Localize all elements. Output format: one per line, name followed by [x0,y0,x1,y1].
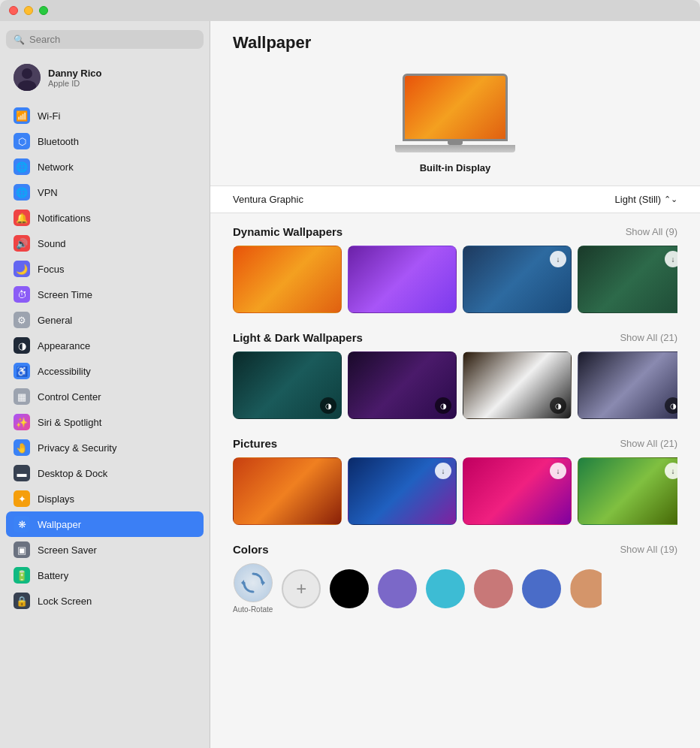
color-swatch-partial [570,569,609,608]
color-swatch [426,569,465,608]
svg-marker-4 [241,580,244,586]
color-partial[interactable] [570,569,609,608]
dynamic-wallpaper-grid: ↓ ↓ [233,246,677,313]
wallpaper-thumb[interactable]: ◑ [578,351,677,419]
color-add[interactable]: + [282,569,321,608]
pictures-show-all[interactable]: Show All (21) [620,438,677,449]
chevron-icon: ⌃⌄ [664,195,677,204]
maximize-button[interactable] [39,6,48,15]
sidebar-item-notifications[interactable]: 🔔Notifications [6,205,204,231]
lockscreen-icon: 🔒 [14,593,30,609]
controlcenter-icon: ▦ [14,388,30,405]
focus-icon: 🌙 [14,261,30,277]
lightdark-section-title: Light & Dark Wallpapers [233,331,363,344]
wallpaper-style-label: Light (Still) [615,194,661,205]
wallpaper-thumb[interactable]: ◑ [463,351,572,419]
sidebar-item-focus[interactable]: 🌙Focus [6,256,204,282]
dynamic-section-header: Dynamic Wallpapers Show All (9) [233,225,677,238]
laptop-base [395,145,515,152]
display-label: Built-in Display [420,162,491,173]
auto-rotate-label: Auto-Rotate [233,605,273,614]
sidebar-item-screensaver[interactable]: ▣Screen Saver [6,537,204,563]
sidebar-item-label-sound: Sound [38,238,66,249]
page-title: Wallpaper [233,33,677,53]
colors-section: Colors Show All (19) [233,543,677,614]
sidebar-item-accessibility[interactable]: ♿Accessibility [6,358,204,384]
colors-section-header: Colors Show All (19) [233,543,677,556]
colors-section-title: Colors [233,543,269,556]
sidebar-item-wallpaper[interactable]: ❋Wallpaper [6,511,204,537]
sidebar-item-wifi[interactable]: 📶Wi-Fi [6,103,204,128]
lightdark-show-all[interactable]: Show All (21) [620,332,677,343]
content-scroll[interactable]: Dynamic Wallpapers Show All (9) ↓ ↓ [210,213,700,748]
notifications-icon: 🔔 [14,210,30,226]
user-info: Danny Rico Apple ID [48,68,102,88]
color-swatch [474,569,513,608]
sidebar-item-lockscreen[interactable]: 🔒Lock Screen [6,588,204,614]
wallpaper-thumb[interactable] [348,246,457,313]
download-badge: ↓ [665,463,677,479]
color-swatch [378,569,417,608]
wallpaper-thumb[interactable]: ↓ [578,246,677,313]
wallpaper-thumb[interactable] [233,246,342,313]
user-profile[interactable]: Danny Rico Apple ID [6,58,204,97]
color-auto-rotate[interactable]: Auto-Rotate [233,563,273,614]
plus-icon: + [296,578,306,599]
sidebar-item-battery[interactable]: 🔋Battery [6,563,204,588]
color-mauve[interactable] [474,569,513,608]
sidebar-item-general[interactable]: ⚙General [6,307,204,333]
sidebar-item-label-network: Network [38,161,74,173]
wallpaper-thumb[interactable]: ◑ [233,351,342,419]
minimize-button[interactable] [24,6,33,15]
color-blue[interactable] [522,569,561,608]
sidebar-item-label-screensaver: Screen Saver [38,544,97,556]
title-bar [0,0,700,21]
network-icon: 🌐 [14,158,30,175]
sidebar-item-controlcenter[interactable]: ▦Control Center [6,384,204,409]
sidebar-item-label-privacy: Privacy & Security [38,442,116,454]
sidebar: 🔍 Danny Rico Apple ID 📶Wi-Fi⬡Bluetooth🌐N… [0,21,210,748]
sidebar-item-label-displays: Displays [38,493,74,505]
lightdark-wallpapers-section: Light & Dark Wallpapers Show All (21) ◑ … [233,331,677,419]
wallpaper-selector-bar: Ventura Graphic Light (Still) ⌃⌄ [210,185,700,213]
wallpaper-thumb[interactable]: ↓ [463,246,572,313]
sidebar-item-network[interactable]: 🌐Network [6,154,204,179]
search-input[interactable] [29,34,196,45]
main-content: Wallpaper Built-in Display Ventura Graph… [210,21,700,748]
wallpaper-style-dropdown[interactable]: Light (Still) ⌃⌄ [615,194,677,205]
user-name: Danny Rico [48,68,102,79]
dynamic-show-all[interactable]: Show All (9) [626,226,677,237]
close-button[interactable] [9,6,18,15]
download-badge: ↓ [550,463,566,479]
screensaver-icon: ▣ [14,541,30,558]
sidebar-item-label-wallpaper: Wallpaper [38,519,81,530]
wallpaper-thumb[interactable]: ↓ [578,457,677,525]
color-teal[interactable] [426,569,465,608]
sidebar-item-appearance[interactable]: ◑Appearance [6,333,204,358]
sidebar-item-desktop[interactable]: ▬Desktop & Dock [6,460,204,486]
siri-icon: ✨ [14,414,30,430]
wallpaper-thumb[interactable]: ↓ [463,457,572,525]
desktop-icon: ▬ [14,465,30,481]
wallpaper-thumb[interactable] [233,457,342,525]
accessibility-icon: ♿ [14,363,30,379]
sidebar-item-sound[interactable]: 🔊Sound [6,231,204,256]
sidebar-item-bluetooth[interactable]: ⬡Bluetooth [6,128,204,154]
colors-show-all[interactable]: Show All (19) [620,544,677,555]
sidebar-item-label-bluetooth: Bluetooth [38,136,79,147]
sidebar-item-vpn[interactable]: 🌐VPN [6,179,204,205]
avatar [14,64,41,91]
color-black[interactable] [330,569,369,608]
sidebar-item-privacy[interactable]: 🤚Privacy & Security [6,435,204,460]
color-purple[interactable] [378,569,417,608]
sidebar-item-displays[interactable]: ✦Displays [6,486,204,511]
sidebar-item-label-focus: Focus [38,264,64,275]
colors-grid: Auto-Rotate + [233,563,677,614]
dynamic-wallpapers-section: Dynamic Wallpapers Show All (9) ↓ ↓ [233,225,677,313]
color-swatch [330,569,369,608]
wallpaper-thumb[interactable]: ◑ [348,351,457,419]
sidebar-item-screentime[interactable]: ⏱Screen Time [6,282,204,307]
wallpaper-thumb[interactable]: ↓ [348,457,457,525]
mode-badge: ◑ [550,397,566,414]
sidebar-item-siri[interactable]: ✨Siri & Spotlight [6,409,204,435]
